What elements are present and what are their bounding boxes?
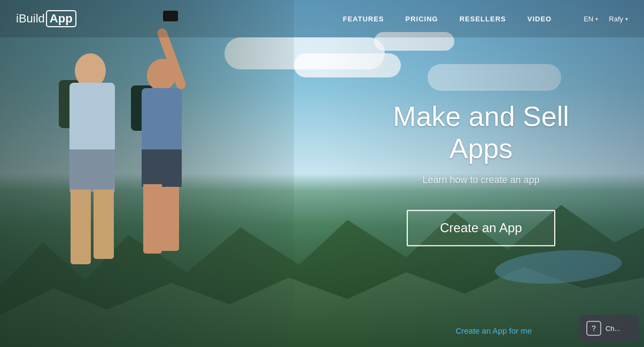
user-menu[interactable]: Rafy ▾	[609, 15, 628, 23]
hero-title: Make and Sell Apps	[361, 101, 601, 165]
nav-pricing[interactable]: PRICING	[406, 15, 438, 23]
chat-label: Ch...	[606, 325, 620, 333]
nav-resellers[interactable]: RESELLERS	[460, 15, 506, 23]
navbar: iBuild App FEATURES PRICING RESELLERS VI…	[0, 0, 644, 37]
shorts-female	[142, 149, 182, 187]
language-label: EN	[584, 15, 593, 23]
question-mark-icon: ?	[592, 324, 596, 333]
create-app-button[interactable]: Create an App	[407, 210, 555, 246]
language-chevron: ▾	[595, 16, 598, 22]
hero-content: Make and Sell Apps Learn how to create a…	[361, 101, 601, 246]
people-group	[53, 43, 257, 342]
user-name: Rafy	[609, 15, 623, 23]
chat-widget[interactable]: ? Ch...	[580, 315, 639, 342]
logo-app-text: App	[46, 10, 76, 27]
legs-right-male	[94, 190, 114, 259]
hero-subtitle: Learn how to create an app	[361, 175, 601, 186]
nav-right: EN ▾ Rafy ▾	[584, 15, 628, 23]
logo[interactable]: iBuild App	[16, 10, 76, 27]
legs-left-female	[143, 184, 162, 254]
nav-links: FEATURES PRICING RESELLERS VIDEO	[343, 15, 552, 23]
body-male	[69, 83, 115, 152]
user-chevron: ▾	[625, 16, 628, 22]
language-selector[interactable]: EN ▾	[584, 15, 598, 23]
nav-features[interactable]: FEATURES	[343, 15, 384, 23]
legs-left-male	[71, 190, 91, 264]
legs-right-female	[160, 187, 179, 251]
create-app-for-me-link[interactable]: Create an App for me	[455, 326, 532, 335]
chat-icon: ?	[586, 321, 601, 336]
hero-section: iBuild App FEATURES PRICING RESELLERS VI…	[0, 0, 644, 347]
logo-ibuild-text: iBuild	[16, 12, 45, 26]
nav-video[interactable]: VIDEO	[527, 15, 552, 23]
body-female	[142, 88, 182, 152]
shorts-male	[69, 149, 115, 192]
